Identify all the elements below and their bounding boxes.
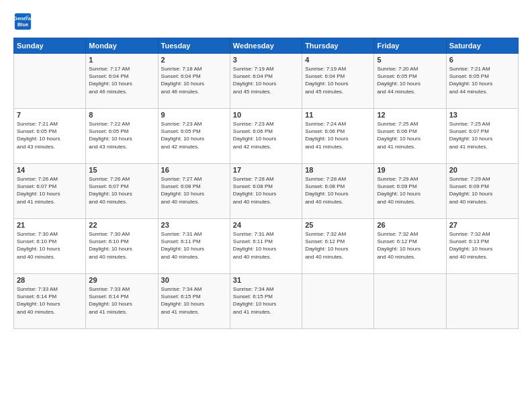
calendar-week-row: 14Sunrise: 7:26 AM Sunset: 6:07 PM Dayli…: [14, 164, 519, 219]
day-info: Sunrise: 7:25 AM Sunset: 6:06 PM Dayligh…: [377, 120, 443, 150]
day-info: Sunrise: 7:21 AM Sunset: 6:05 PM Dayligh…: [17, 120, 83, 150]
day-number: 27: [449, 221, 515, 229]
calendar-cell: 12Sunrise: 7:25 AM Sunset: 6:06 PM Dayli…: [374, 109, 446, 164]
logo: General Blue: [13, 12, 35, 31]
day-number: 16: [161, 166, 227, 174]
day-info: Sunrise: 7:34 AM Sunset: 6:15 PM Dayligh…: [161, 285, 227, 316]
day-number: 15: [89, 166, 154, 174]
day-number: 14: [17, 166, 83, 174]
day-info: Sunrise: 7:30 AM Sunset: 6:10 PM Dayligh…: [17, 230, 83, 261]
logo-icon: General Blue: [13, 12, 32, 31]
calendar-cell: 18Sunrise: 7:28 AM Sunset: 6:08 PM Dayli…: [302, 164, 374, 219]
calendar-cell: 29Sunrise: 7:33 AM Sunset: 6:14 PM Dayli…: [86, 274, 158, 329]
day-number: 2: [161, 56, 227, 64]
calendar-cell: 23Sunrise: 7:31 AM Sunset: 6:11 PM Dayli…: [158, 219, 230, 274]
calendar-cell: 2Sunrise: 7:18 AM Sunset: 6:04 PM Daylig…: [158, 54, 230, 109]
calendar-cell: 3Sunrise: 7:19 AM Sunset: 6:04 PM Daylig…: [230, 54, 302, 109]
day-number: 11: [305, 111, 371, 119]
day-number: 23: [161, 221, 227, 229]
calendar-cell: 4Sunrise: 7:19 AM Sunset: 6:04 PM Daylig…: [302, 54, 374, 109]
page: General Blue SundayMondayTuesdayWednesda…: [0, 0, 532, 411]
day-info: Sunrise: 7:28 AM Sunset: 6:08 PM Dayligh…: [233, 175, 299, 205]
calendar-cell: 24Sunrise: 7:31 AM Sunset: 6:11 PM Dayli…: [230, 219, 302, 274]
day-number: 4: [305, 56, 371, 64]
day-number: 25: [305, 221, 371, 229]
day-info: Sunrise: 7:24 AM Sunset: 6:06 PM Dayligh…: [305, 120, 371, 150]
day-number: 19: [377, 166, 443, 174]
calendar-cell: 27Sunrise: 7:32 AM Sunset: 6:13 PM Dayli…: [446, 219, 518, 274]
day-info: Sunrise: 7:27 AM Sunset: 6:08 PM Dayligh…: [161, 175, 227, 205]
calendar-cell: 11Sunrise: 7:24 AM Sunset: 6:06 PM Dayli…: [302, 109, 374, 164]
day-info: Sunrise: 7:22 AM Sunset: 6:05 PM Dayligh…: [89, 120, 154, 150]
day-number: 9: [161, 111, 227, 119]
day-number: 7: [17, 111, 83, 119]
weekday-header: Thursday: [302, 38, 374, 54]
day-number: 31: [233, 276, 299, 284]
day-number: 12: [377, 111, 443, 119]
day-info: Sunrise: 7:33 AM Sunset: 6:14 PM Dayligh…: [17, 285, 83, 316]
calendar-cell: 8Sunrise: 7:22 AM Sunset: 6:05 PM Daylig…: [86, 109, 158, 164]
day-info: Sunrise: 7:29 AM Sunset: 6:09 PM Dayligh…: [449, 175, 515, 205]
weekday-header: Sunday: [14, 38, 86, 54]
calendar-cell: 21Sunrise: 7:30 AM Sunset: 6:10 PM Dayli…: [14, 219, 86, 274]
weekday-header: Monday: [86, 38, 158, 54]
calendar-cell: 16Sunrise: 7:27 AM Sunset: 6:08 PM Dayli…: [158, 164, 230, 219]
calendar-cell: [446, 274, 518, 329]
day-number: 6: [449, 56, 515, 64]
day-number: 10: [233, 111, 299, 119]
day-info: Sunrise: 7:20 AM Sunset: 6:05 PM Dayligh…: [377, 65, 443, 95]
weekday-header: Tuesday: [158, 38, 230, 54]
calendar-cell: 13Sunrise: 7:25 AM Sunset: 6:07 PM Dayli…: [446, 109, 518, 164]
calendar-week-row: 21Sunrise: 7:30 AM Sunset: 6:10 PM Dayli…: [14, 219, 519, 274]
day-info: Sunrise: 7:34 AM Sunset: 6:15 PM Dayligh…: [233, 285, 299, 316]
calendar-cell: 5Sunrise: 7:20 AM Sunset: 6:05 PM Daylig…: [374, 54, 446, 109]
day-number: 28: [17, 276, 83, 284]
day-number: 3: [233, 56, 299, 64]
day-info: Sunrise: 7:32 AM Sunset: 6:13 PM Dayligh…: [449, 230, 515, 261]
day-info: Sunrise: 7:32 AM Sunset: 6:12 PM Dayligh…: [305, 230, 371, 261]
day-info: Sunrise: 7:28 AM Sunset: 6:08 PM Dayligh…: [305, 175, 371, 205]
calendar-cell: 9Sunrise: 7:23 AM Sunset: 6:05 PM Daylig…: [158, 109, 230, 164]
day-info: Sunrise: 7:31 AM Sunset: 6:11 PM Dayligh…: [161, 230, 227, 261]
day-info: Sunrise: 7:19 AM Sunset: 6:04 PM Dayligh…: [233, 65, 299, 95]
day-number: 20: [449, 166, 515, 174]
calendar-cell: 28Sunrise: 7:33 AM Sunset: 6:14 PM Dayli…: [14, 274, 86, 329]
calendar-week-row: 7Sunrise: 7:21 AM Sunset: 6:05 PM Daylig…: [14, 109, 519, 164]
calendar-cell: 20Sunrise: 7:29 AM Sunset: 6:09 PM Dayli…: [446, 164, 518, 219]
weekday-header: Wednesday: [230, 38, 302, 54]
day-info: Sunrise: 7:29 AM Sunset: 6:09 PM Dayligh…: [377, 175, 443, 205]
day-number: 13: [449, 111, 515, 119]
calendar-cell: 19Sunrise: 7:29 AM Sunset: 6:09 PM Dayli…: [374, 164, 446, 219]
day-number: 21: [17, 221, 83, 229]
calendar-cell: [14, 54, 86, 109]
svg-text:General: General: [13, 15, 32, 21]
day-info: Sunrise: 7:18 AM Sunset: 6:04 PM Dayligh…: [161, 65, 227, 95]
day-number: 30: [161, 276, 227, 284]
calendar-cell: 22Sunrise: 7:30 AM Sunset: 6:10 PM Dayli…: [86, 219, 158, 274]
calendar-cell: 15Sunrise: 7:26 AM Sunset: 6:07 PM Dayli…: [86, 164, 158, 219]
day-info: Sunrise: 7:23 AM Sunset: 6:06 PM Dayligh…: [233, 120, 299, 150]
day-number: 22: [89, 221, 154, 229]
calendar-cell: 26Sunrise: 7:32 AM Sunset: 6:12 PM Dayli…: [374, 219, 446, 274]
day-info: Sunrise: 7:26 AM Sunset: 6:07 PM Dayligh…: [89, 175, 154, 205]
svg-text:Blue: Blue: [17, 21, 28, 28]
weekday-header-row: SundayMondayTuesdayWednesdayThursdayFrid…: [14, 38, 519, 54]
day-info: Sunrise: 7:23 AM Sunset: 6:05 PM Dayligh…: [161, 120, 227, 150]
calendar-week-row: 28Sunrise: 7:33 AM Sunset: 6:14 PM Dayli…: [14, 274, 519, 329]
day-info: Sunrise: 7:32 AM Sunset: 6:12 PM Dayligh…: [377, 230, 443, 261]
calendar-cell: [302, 274, 374, 329]
calendar-cell: [374, 274, 446, 329]
calendar-week-row: 1Sunrise: 7:17 AM Sunset: 6:04 PM Daylig…: [14, 54, 519, 109]
day-number: 24: [233, 221, 299, 229]
day-number: 8: [89, 111, 154, 119]
day-number: 17: [233, 166, 299, 174]
calendar-cell: 6Sunrise: 7:21 AM Sunset: 6:05 PM Daylig…: [446, 54, 518, 109]
calendar-cell: 17Sunrise: 7:28 AM Sunset: 6:08 PM Dayli…: [230, 164, 302, 219]
day-info: Sunrise: 7:21 AM Sunset: 6:05 PM Dayligh…: [449, 65, 515, 95]
day-number: 5: [377, 56, 443, 64]
calendar-cell: 25Sunrise: 7:32 AM Sunset: 6:12 PM Dayli…: [302, 219, 374, 274]
day-number: 1: [89, 56, 154, 64]
weekday-header: Friday: [374, 38, 446, 54]
calendar-cell: 1Sunrise: 7:17 AM Sunset: 6:04 PM Daylig…: [86, 54, 158, 109]
day-info: Sunrise: 7:17 AM Sunset: 6:04 PM Dayligh…: [89, 65, 154, 95]
